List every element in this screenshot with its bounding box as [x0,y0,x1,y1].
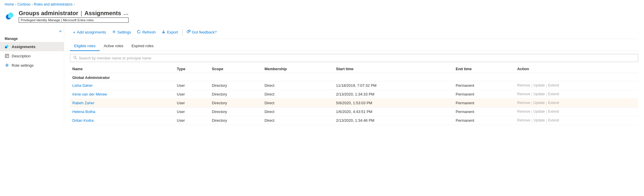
action-update-link[interactable]: Update [534,118,545,123]
col-scope: Scope [210,65,262,73]
export-icon [162,30,166,35]
table-row: Rabeh ZaherUserDirectoryDirect5/6/2020, … [70,99,638,107]
data-table: Name Type Scope Membership Start time En… [70,65,638,125]
header-subtitle: Privileged Identity Manage | Microsoft E… [19,17,129,23]
refresh-button[interactable]: Refresh [134,28,159,36]
action-update-link[interactable]: Update [534,101,545,105]
table-row: Dritan KodraUserDirectoryDirect2/13/2020… [70,116,638,125]
member-scope: Directory [210,81,262,90]
action-remove-link[interactable]: Remove [517,101,530,105]
svg-point-11 [187,31,189,33]
plus-icon: + [73,30,76,35]
action-extend-link[interactable]: Extend [548,101,559,105]
main-layout: « Manage Assignments Description [0,25,644,125]
breadcrumb-roles[interactable]: Roles and administrators [34,2,73,6]
more-options-icon[interactable]: … [123,10,129,16]
member-name-link[interactable]: Rabeh Zaher [72,101,94,105]
table-row: Irene van der MerweUserDirectoryDirect2/… [70,90,638,99]
member-end-time: Permanent [453,116,515,125]
action-separator: | [531,110,532,114]
breadcrumb-home[interactable]: Home [5,2,14,6]
search-input[interactable] [79,56,635,60]
action-remove-link[interactable]: Remove [517,110,530,114]
member-end-time: Permanent [453,81,515,90]
member-actions: Remove | Update | Extend [515,107,638,116]
header-title: Groups administrator | Assignments … [19,10,129,17]
col-action: Action [515,65,638,73]
member-actions: Remove | Update | Extend [515,81,638,90]
manage-section-title: Manage [0,34,64,42]
page-header: G Groups administrator | Assignments … P… [0,9,644,25]
action-separator: | [546,118,547,123]
action-separator: | [546,83,547,88]
table-header-row: Name Type Scope Membership Start time En… [70,65,638,73]
member-scope: Directory [210,99,262,107]
description-icon [5,54,9,58]
toolbar-separator [182,29,183,36]
breadcrumb: Home › Contoso › Roles and administrator… [0,0,644,9]
action-separator: | [531,83,532,88]
tab-eligible-roles[interactable]: Eligible roles [70,41,100,51]
action-remove-link[interactable]: Remove [517,118,530,123]
member-end-time: Permanent [453,107,515,116]
settings-button[interactable]: Settings [109,28,134,36]
svg-line-13 [188,31,189,32]
tab-active-roles[interactable]: Active roles [100,41,127,51]
action-update-link[interactable]: Update [534,110,545,114]
tabs: Eligible roles Active roles Expired role… [70,41,638,51]
feedback-button[interactable]: Got feedback? [184,28,220,36]
sidebar-item-description[interactable]: Description [0,51,64,61]
assignments-label: Assignments [12,45,36,49]
member-membership: Direct [262,107,334,116]
action-remove-link[interactable]: Remove [517,83,530,88]
svg-point-9 [6,65,8,66]
breadcrumb-contoso[interactable]: Contoso [17,2,31,6]
sidebar-item-role-settings[interactable]: Role settings [0,61,64,70]
svg-text:G: G [8,15,10,19]
svg-line-15 [76,58,77,59]
action-extend-link[interactable]: Extend [548,110,559,114]
col-membership: Membership [262,65,334,73]
role-settings-icon [5,63,9,68]
title-separator: | [80,10,82,17]
col-end-time: End time [453,65,515,73]
settings-icon [112,30,116,35]
member-start-time: 2/13/2020, 1:34:46 PM [334,116,453,125]
header-text: Groups administrator | Assignments … Pri… [19,10,129,23]
collapse-button[interactable]: « [0,27,64,34]
description-label: Description [12,54,31,58]
feedback-icon [187,30,191,35]
toolbar: + Add assignments Settings [70,25,638,39]
page-icon: G [5,11,15,22]
col-start-time: Start time [334,65,453,73]
sidebar-item-assignments[interactable]: Assignments [0,42,64,51]
member-name-link[interactable]: Lisha Daher [72,83,93,88]
member-membership: Direct [262,99,334,107]
member-scope: Directory [210,116,262,125]
col-type: Type [175,65,210,73]
member-end-time: Permanent [453,90,515,99]
member-name-link[interactable]: Irene van der Merwe [72,92,107,96]
member-name-link[interactable]: Dritan Kodra [72,118,94,123]
member-actions: Remove | Update | Extend [515,116,638,125]
action-update-link[interactable]: Update [534,83,545,88]
action-extend-link[interactable]: Extend [548,83,559,88]
export-button[interactable]: Export [159,28,181,36]
table-row: Lisha DaherUserDirectoryDirect11/18/2019… [70,81,638,90]
member-type: User [175,99,210,107]
svg-point-4 [6,45,8,47]
member-scope: Directory [210,90,262,99]
col-name: Name [70,65,175,73]
member-type: User [175,90,210,99]
refresh-icon [137,30,141,35]
action-extend-link[interactable]: Extend [548,92,559,96]
add-assignments-button[interactable]: + Add assignments [70,28,109,36]
action-remove-link[interactable]: Remove [517,92,530,96]
content-area: + Add assignments Settings [64,25,644,125]
search-icon [73,56,77,60]
action-extend-link[interactable]: Extend [548,118,559,123]
member-start-time: 2/13/2020, 1:34:33 PM [334,90,453,99]
tab-expired-roles[interactable]: Expired roles [127,41,158,51]
action-update-link[interactable]: Update [534,92,545,96]
member-name-link[interactable]: Helena Botha [72,110,95,114]
